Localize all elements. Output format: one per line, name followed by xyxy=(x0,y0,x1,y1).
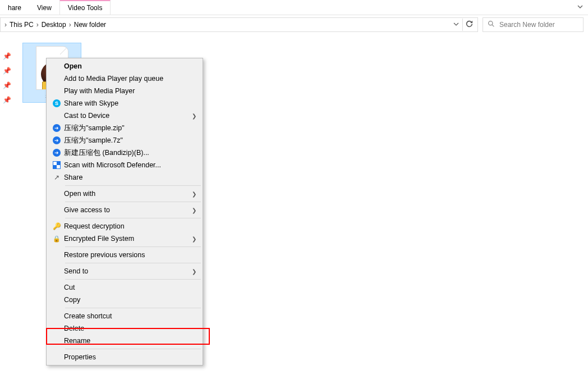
menu-restore-versions[interactable]: Restore previous versions xyxy=(47,249,202,261)
menu-copy[interactable]: Copy xyxy=(47,294,202,306)
chevron-right-icon: ❯ xyxy=(192,207,196,213)
lock-icon: 🔒 xyxy=(53,235,61,243)
address-dropdown-icon[interactable] xyxy=(450,21,462,29)
menu-new-archive[interactable]: ➜新建压缩包 (Bandizip)(B)... xyxy=(47,147,202,159)
menu-create-shortcut[interactable]: Create shortcut xyxy=(47,310,202,322)
menu-cast-to-device[interactable]: Cast to Device❯ xyxy=(47,109,202,122)
skype-icon: S xyxy=(53,99,61,107)
chevron-right-icon: › xyxy=(4,21,7,29)
tab-share[interactable]: hare xyxy=(0,1,29,15)
menu-rename[interactable]: Rename xyxy=(47,335,202,347)
menu-play-wmp[interactable]: Play with Media Player xyxy=(47,85,202,97)
menu-request-decryption[interactable]: 🔑Request decryption xyxy=(47,220,202,232)
refresh-button[interactable] xyxy=(463,20,475,29)
key-icon: 🔑 xyxy=(53,222,61,230)
menu-separator xyxy=(65,279,201,280)
menu-compress-7z[interactable]: ➜压缩为"sample.7z" xyxy=(47,134,202,147)
tab-view[interactable]: View xyxy=(29,1,59,15)
context-menu: Open Add to Media Player play queue Play… xyxy=(46,58,203,366)
bandizip-icon: ➜ xyxy=(53,136,61,144)
ribbon-tabs: hare View Video Tools xyxy=(0,0,588,15)
location-bar: › This PC › Desktop › New folder Search … xyxy=(0,15,588,34)
share-icon: ↗ xyxy=(54,173,59,181)
chevron-right-icon: › xyxy=(69,21,71,29)
menu-share[interactable]: ↗Share xyxy=(47,171,202,184)
address-bar[interactable]: › This PC › Desktop › New folder xyxy=(0,17,478,32)
menu-separator xyxy=(65,246,201,247)
menu-compress-zip[interactable]: ➜压缩为"sample.zip" xyxy=(47,122,202,134)
crumb-folder[interactable]: New folder xyxy=(74,21,106,29)
menu-properties[interactable]: Properties xyxy=(47,351,202,363)
quick-access-pins: 📌 📌 📌 📌 xyxy=(0,34,13,379)
svg-line-1 xyxy=(492,25,494,26)
chevron-right-icon: ❯ xyxy=(192,268,196,275)
menu-delete[interactable]: Delete xyxy=(47,322,202,335)
chevron-right-icon: ❯ xyxy=(192,113,196,119)
breadcrumb[interactable]: › This PC › Desktop › New folder xyxy=(1,21,450,29)
menu-cut[interactable]: Cut xyxy=(47,281,202,294)
crumb-pc[interactable]: This PC xyxy=(10,21,34,29)
pin-icon[interactable]: 📌 xyxy=(3,81,11,89)
menu-separator xyxy=(65,202,201,202)
chevron-right-icon: › xyxy=(36,21,39,29)
menu-separator xyxy=(65,308,201,308)
ribbon-collapse-icon[interactable] xyxy=(577,3,584,12)
menu-separator xyxy=(65,218,201,218)
menu-give-access[interactable]: Give access to❯ xyxy=(47,204,202,216)
chevron-right-icon: ❯ xyxy=(192,236,196,242)
search-icon xyxy=(488,20,495,29)
pin-icon[interactable]: 📌 xyxy=(3,52,11,60)
menu-encrypted-file-system[interactable]: 🔒Encrypted File System❯ xyxy=(47,232,202,245)
menu-share-skype[interactable]: SShare with Skype xyxy=(47,97,202,109)
menu-add-play-queue[interactable]: Add to Media Player play queue xyxy=(47,72,202,85)
svg-point-0 xyxy=(489,21,493,25)
menu-scan-defender[interactable]: Scan with Microsoft Defender... xyxy=(47,159,202,171)
pin-icon[interactable]: 📌 xyxy=(3,96,11,104)
tab-video-tools[interactable]: Video Tools xyxy=(59,0,111,15)
bandizip-icon: ➜ xyxy=(53,124,61,132)
defender-shield-icon xyxy=(53,161,61,169)
menu-send-to[interactable]: Send to❯ xyxy=(47,265,202,277)
menu-open-with[interactable]: Open with❯ xyxy=(47,188,202,200)
menu-separator xyxy=(65,263,201,263)
chevron-right-icon: ❯ xyxy=(192,191,196,197)
search-placeholder: Search New folder xyxy=(499,21,555,29)
search-input[interactable]: Search New folder xyxy=(483,17,584,32)
menu-separator xyxy=(65,349,201,349)
menu-open[interactable]: Open xyxy=(47,60,202,72)
pin-icon[interactable]: 📌 xyxy=(3,67,11,75)
bandizip-icon: ➜ xyxy=(53,149,61,157)
menu-separator xyxy=(65,185,201,186)
crumb-desktop[interactable]: Desktop xyxy=(42,21,66,29)
